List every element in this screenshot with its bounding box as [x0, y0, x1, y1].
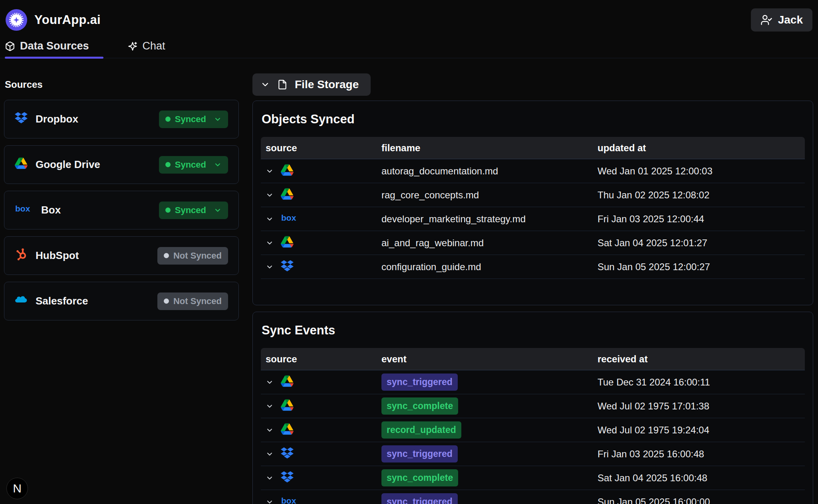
- status-dot-icon: [164, 298, 169, 304]
- objects-synced-panel: Objects Synced source filename updated a…: [252, 101, 813, 305]
- row-expand-chevron-icon[interactable]: [266, 191, 274, 199]
- user-check-icon: [760, 14, 772, 26]
- status-label: Not Synced: [173, 251, 222, 261]
- event-row[interactable]: record_updated Wed Jul 02 1975 19:24:04: [261, 418, 805, 442]
- row-expand-chevron-icon[interactable]: [266, 167, 274, 175]
- app-title: YourApp.ai: [34, 13, 101, 27]
- updated-at-cell: Sun Jan 05 2025 12:00:27: [598, 261, 805, 273]
- row-expand-chevron-icon[interactable]: [266, 474, 274, 482]
- event-badge: sync_triggered: [381, 493, 458, 504]
- filename-cell: developer_marketing_strategy.md: [381, 213, 598, 225]
- row-expand-chevron-icon[interactable]: [266, 263, 274, 271]
- source-card[interactable]: Dropbox Synced: [4, 100, 239, 138]
- chevron-down-icon: [214, 161, 222, 169]
- google-drive-icon: [281, 188, 294, 200]
- event-row[interactable]: sync_triggered Sun Jan 05 2025 16:00:00: [261, 490, 805, 504]
- status-label: Synced: [175, 205, 206, 215]
- sync-status-dropdown[interactable]: Not Synced: [157, 293, 228, 310]
- received-at-cell: Fri Jan 03 2025 16:00:48: [598, 449, 805, 460]
- dropbox-icon: [281, 447, 294, 459]
- hubspot-icon: [15, 248, 28, 261]
- status-label: Not Synced: [173, 296, 222, 306]
- row-expand-chevron-icon[interactable]: [266, 215, 274, 223]
- google-drive-icon: [15, 157, 28, 170]
- received-at-cell: Tue Dec 31 2024 16:00:11: [598, 377, 805, 388]
- sync-events-panel: Sync Events source event received at syn…: [252, 312, 813, 504]
- received-at-cell: Wed Jul 02 1975 17:01:38: [598, 401, 805, 412]
- col-event: event: [381, 354, 598, 365]
- tab-data-sources[interactable]: Data Sources: [5, 36, 103, 58]
- sync-status-dropdown[interactable]: Not Synced: [157, 247, 228, 265]
- source-name: HubSpot: [36, 249, 79, 262]
- chevron-down-icon: [214, 115, 222, 123]
- objects-table-header: source filename updated at: [261, 137, 805, 159]
- received-at-cell: Sat Jan 04 2025 16:00:48: [598, 472, 805, 484]
- sync-status-dropdown[interactable]: Synced: [159, 111, 228, 128]
- sync-events-title: Sync Events: [262, 323, 805, 338]
- updated-at-cell: Thu Jan 02 2025 12:08:02: [598, 190, 805, 201]
- file-storage-toggle[interactable]: File Storage: [252, 73, 371, 96]
- status-label: Synced: [175, 160, 206, 170]
- box-icon: [281, 213, 299, 223]
- source-name: Salesforce: [36, 295, 88, 307]
- event-row[interactable]: sync_triggered Fri Jan 03 2025 16:00:48: [261, 442, 805, 466]
- salesforce-icon: [15, 293, 28, 306]
- status-dot-icon: [164, 253, 169, 258]
- event-badge: sync_triggered: [381, 445, 458, 462]
- sources-sidebar: Sources Dropbox Synced: [0, 58, 248, 327]
- received-at-cell: Wed Jul 02 1975 19:24:04: [598, 425, 805, 436]
- chevron-down-icon: [260, 80, 270, 89]
- main-area: File Storage Objects Synced source filen…: [248, 58, 818, 504]
- row-expand-chevron-icon[interactable]: [266, 378, 274, 386]
- chevron-down-icon: [214, 206, 222, 214]
- filename-cell: autorag_documentation.md: [381, 166, 598, 177]
- object-row[interactable]: ai_and_rag_webinar.md Sat Jan 04 2025 12…: [261, 231, 805, 255]
- tab-data-sources-label: Data Sources: [20, 40, 89, 52]
- object-row[interactable]: rag_core_concepts.md Thu Jan 02 2025 12:…: [261, 183, 805, 207]
- col-source: source: [266, 142, 381, 154]
- row-expand-chevron-icon[interactable]: [266, 450, 274, 458]
- user-button[interactable]: Jack: [751, 8, 812, 32]
- event-row[interactable]: sync_triggered Tue Dec 31 2024 16:00:11: [261, 370, 805, 394]
- object-row[interactable]: autorag_documentation.md Wed Jan 01 2025…: [261, 159, 805, 183]
- google-drive-icon: [281, 423, 294, 435]
- row-expand-chevron-icon[interactable]: [266, 239, 274, 247]
- updated-at-cell: Fri Jan 03 2025 12:00:44: [598, 213, 805, 225]
- dropbox-icon: [281, 470, 294, 483]
- row-expand-chevron-icon[interactable]: [266, 426, 274, 434]
- status-label: Synced: [175, 114, 206, 125]
- sparkles-icon: [127, 41, 138, 51]
- received-at-cell: Sun Jan 05 2025 16:00:00: [598, 496, 805, 504]
- event-badge: sync_complete: [381, 469, 458, 486]
- tab-chat[interactable]: Chat: [127, 36, 180, 58]
- google-drive-icon: [281, 235, 294, 248]
- object-row[interactable]: developer_marketing_strategy.md Fri Jan …: [261, 207, 805, 231]
- content-area: Sources Dropbox Synced: [0, 58, 818, 504]
- event-row[interactable]: sync_complete Sat Jan 04 2025 16:00:48: [261, 466, 805, 490]
- row-expand-chevron-icon[interactable]: [266, 498, 274, 504]
- events-table-body: sync_triggered Tue Dec 31 2024 16:00:11 …: [261, 370, 805, 504]
- row-expand-chevron-icon[interactable]: [266, 402, 274, 410]
- event-badge: sync_complete: [381, 397, 458, 415]
- source-name: Box: [41, 204, 61, 216]
- dropbox-icon: [15, 111, 28, 124]
- app-logo-icon: [6, 9, 27, 31]
- sync-status-dropdown[interactable]: Synced: [159, 202, 228, 219]
- filename-cell: configuration_guide.md: [381, 261, 598, 273]
- event-badge: sync_triggered: [381, 374, 458, 391]
- source-card[interactable]: Google Drive Synced: [4, 145, 239, 184]
- sync-status-dropdown[interactable]: Synced: [159, 156, 228, 174]
- event-row[interactable]: sync_complete Wed Jul 02 1975 17:01:38: [261, 394, 805, 418]
- updated-at-cell: Sat Jan 04 2025 12:01:27: [598, 237, 805, 249]
- tab-chat-label: Chat: [143, 40, 165, 52]
- source-card[interactable]: Salesforce Not Synced: [4, 282, 239, 320]
- sources-heading: Sources: [5, 79, 239, 90]
- nextjs-dev-badge[interactable]: N: [6, 478, 28, 499]
- tab-bar: Data Sources Chat: [0, 36, 818, 58]
- source-card[interactable]: HubSpot Not Synced: [4, 236, 239, 275]
- source-card[interactable]: Box Synced: [4, 191, 239, 229]
- sources-list: Dropbox Synced Google Drive: [4, 100, 239, 320]
- object-row[interactable]: configuration_guide.md Sun Jan 05 2025 1…: [261, 255, 805, 279]
- cube-icon: [5, 41, 15, 51]
- col-source: source: [266, 354, 381, 365]
